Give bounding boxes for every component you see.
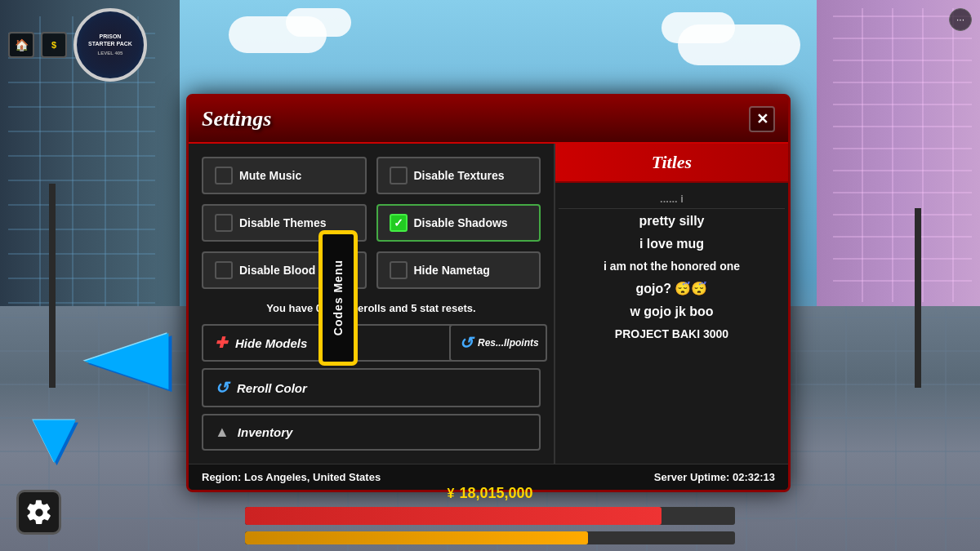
disable-textures-checkbox <box>390 167 408 184</box>
mute-music-checkbox <box>215 167 233 184</box>
cloud-4 <box>662 12 735 43</box>
street-pole-left <box>49 184 56 388</box>
reroll-color-icon: ↺ <box>215 378 229 398</box>
modal-header: Settings ✕ <box>189 96 788 144</box>
gear-settings-button[interactable] <box>16 490 61 535</box>
hide-models-icon: ✚ <box>215 334 227 352</box>
disable-textures-button[interactable]: Disable Textures <box>376 157 541 194</box>
options-button[interactable]: ··· <box>949 8 972 31</box>
currency-display: ¥ 18,015,000 <box>16 485 964 502</box>
title-item-i-love-mug[interactable]: i love mug <box>559 233 785 255</box>
street-pole-right <box>915 208 921 388</box>
title-item-honored[interactable]: i am not the honored one <box>559 256 785 276</box>
stamina-bar <box>245 531 588 544</box>
titles-list: ...... i pretty silly i love mug i am no… <box>555 183 788 350</box>
arrow-left-indicator: ◀ <box>84 318 169 392</box>
reset-icon: ↺ <box>459 333 473 353</box>
rerolls-info: You have 0 color rerolls and 5 stat rese… <box>202 302 541 314</box>
mute-music-button[interactable]: Mute Music <box>202 157 367 194</box>
health-bar-container <box>245 507 735 525</box>
titles-panel: Titles ...... i pretty silly i love mug … <box>555 144 788 464</box>
gear-icon <box>26 500 52 526</box>
footer-uptime: Server Uptime: 02:32:13 <box>654 471 775 483</box>
hud-top-left: 🏠 $ PRISON STARTER PACK Level 405 <box>8 8 147 82</box>
arrow-down-indicator: ▼ <box>18 400 91 473</box>
currency-amount: 18,015,000 <box>459 485 532 502</box>
hide-nametag-checkbox <box>390 261 408 279</box>
inventory-button[interactable]: ▲ Inventory <box>202 414 541 451</box>
currency-symbol: ¥ <box>448 487 455 501</box>
badge-text: PRISON STARTER PACK Level 405 <box>88 33 132 57</box>
title-item-gojo[interactable]: gojo? 😴😴 <box>559 278 785 300</box>
cloud-2 <box>286 8 351 37</box>
disable-blood-checkbox <box>215 261 233 279</box>
modal-left-panel: Mute Music Disable Textures Disable Them… <box>189 144 555 464</box>
currency-icon-box: $ <box>41 32 67 58</box>
building-right <box>817 0 980 310</box>
disable-themes-checkbox <box>215 214 233 232</box>
codes-menu-label: Codes Menu <box>332 260 345 335</box>
footer-region: Region: Los Angeles, United States <box>202 471 381 483</box>
title-item-pretty-silly[interactable]: pretty silly <box>559 211 785 232</box>
inventory-icon: ▲ <box>215 424 229 441</box>
title-item-w-gojo[interactable]: w gojo jk boo <box>559 301 785 322</box>
settings-buttons-grid: Mute Music Disable Textures Disable Them… <box>202 157 541 289</box>
stamina-bar-container <box>245 531 735 544</box>
hide-nametag-button[interactable]: Hide Nametag <box>376 251 541 289</box>
title-item-scrolled[interactable]: ...... i <box>559 189 785 209</box>
reroll-color-button[interactable]: ↺ Reroll Color <box>202 368 541 407</box>
disable-shadows-checkbox: ✓ <box>390 214 408 232</box>
modal-title: Settings <box>202 107 271 131</box>
settings-modal: Settings ✕ Mute Music Disable Textures <box>186 94 791 492</box>
title-item-project-baki[interactable]: PROJECT BAKI 3000 <box>559 324 785 344</box>
titles-header: Titles <box>555 144 788 183</box>
action-buttons-area: ✚ Hide Models ↺ Reroll Color ▲ Inventory <box>202 324 541 451</box>
bottom-hud: ¥ 18,015,000 <box>0 485 980 551</box>
reset-bullpoints-partial: ↺ Res...llpoints <box>449 324 547 362</box>
disable-shadows-button[interactable]: ✓ Disable Shadows <box>376 204 541 242</box>
modal-body: Mute Music Disable Textures Disable Them… <box>189 144 788 464</box>
modal-close-button[interactable]: ✕ <box>749 106 775 132</box>
codes-menu-tab[interactable]: Codes Menu <box>321 233 355 363</box>
prison-badge: PRISON STARTER PACK Level 405 <box>74 8 147 82</box>
health-bar <box>245 507 662 525</box>
home-icon-box[interactable]: 🏠 <box>8 32 34 58</box>
